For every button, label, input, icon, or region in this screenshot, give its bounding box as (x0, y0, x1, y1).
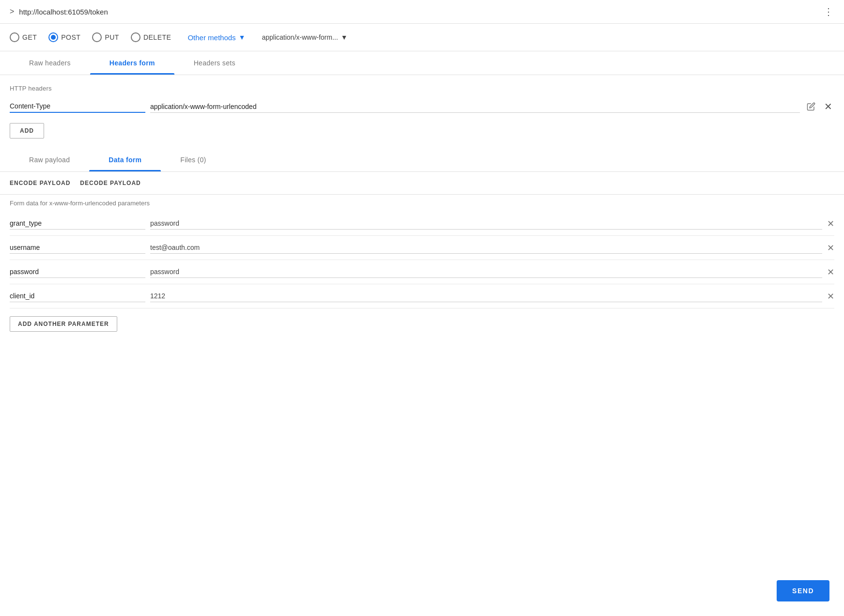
content-type-label: application/x-www-form... (262, 33, 338, 41)
other-methods-dropdown[interactable]: Other methods ▼ (188, 33, 245, 42)
put-radio[interactable] (92, 32, 102, 42)
remove-param-icon[interactable]: ✕ (827, 218, 834, 229)
tab-raw-headers[interactable]: Raw headers (10, 51, 90, 75)
expand-icon[interactable]: > (10, 7, 14, 16)
method-get[interactable]: GET (10, 32, 37, 42)
header-key-input[interactable] (10, 100, 145, 113)
form-param-row: ✕ (10, 260, 834, 284)
header-row: ✕ (10, 99, 834, 114)
payload-tabs: Raw payload Data form Files (0) (0, 148, 844, 172)
tab-raw-payload[interactable]: Raw payload (10, 148, 89, 171)
form-param-value-input[interactable] (150, 242, 822, 254)
payload-actions: ENCODE PAYLOAD DECODE PAYLOAD (0, 172, 844, 195)
delete-label: DELETE (143, 33, 171, 41)
method-delete[interactable]: DELETE (131, 32, 171, 42)
get-radio[interactable] (10, 32, 19, 42)
content-type-chevron-down-icon: ▼ (341, 33, 348, 41)
form-param-key-input[interactable] (10, 217, 145, 230)
url-input[interactable] (19, 8, 819, 16)
put-label: PUT (105, 33, 119, 41)
tab-headers-sets[interactable]: Headers sets (174, 51, 255, 75)
tab-data-form[interactable]: Data form (89, 148, 161, 171)
form-param-key-input[interactable] (10, 266, 145, 278)
method-put[interactable]: PUT (92, 32, 119, 42)
encode-payload-button[interactable]: ENCODE PAYLOAD (10, 180, 70, 186)
form-param-key-input[interactable] (10, 242, 145, 254)
other-methods-label: Other methods (188, 33, 235, 42)
add-header-button[interactable]: ADD (10, 123, 44, 139)
form-data-section: Form data for x-www-form-urlencoded para… (0, 195, 844, 339)
headers-section: HTTP headers ✕ ADD (0, 75, 844, 139)
other-methods-chevron-down-icon: ▼ (239, 33, 246, 41)
url-bar: > ⋮ (0, 0, 844, 24)
get-label: GET (22, 33, 37, 41)
form-param-row: ✕ (10, 236, 834, 260)
send-button[interactable]: SEND (777, 580, 829, 601)
tab-files[interactable]: Files (0) (161, 148, 225, 171)
form-param-value-input[interactable] (150, 290, 822, 302)
form-param-value-input[interactable] (150, 266, 822, 278)
delete-header-button[interactable]: ✕ (822, 99, 834, 114)
close-icon: ✕ (824, 101, 832, 112)
remove-param-icon[interactable]: ✕ (827, 291, 834, 302)
remove-param-icon[interactable]: ✕ (827, 267, 834, 277)
method-post[interactable]: POST (48, 32, 80, 42)
http-headers-title: HTTP headers (10, 85, 834, 92)
delete-radio[interactable] (131, 32, 141, 42)
edit-header-button[interactable] (805, 100, 817, 113)
post-radio-fill (51, 35, 56, 40)
add-parameter-button[interactable]: ADD ANOTHER PARAMETER (10, 316, 117, 332)
tab-headers-form[interactable]: Headers form (90, 51, 174, 75)
post-radio[interactable] (48, 32, 58, 42)
post-label: POST (61, 33, 80, 41)
form-param-value-input[interactable] (150, 217, 822, 230)
content-type-dropdown[interactable]: application/x-www-form... ▼ (262, 33, 347, 41)
form-param-row: ✕ (10, 284, 834, 308)
form-param-row: ✕ (10, 212, 834, 236)
form-data-label: Form data for x-www-form-urlencoded para… (10, 200, 834, 207)
decode-payload-button[interactable]: DECODE PAYLOAD (80, 180, 141, 186)
form-param-key-input[interactable] (10, 290, 145, 302)
method-bar: GET POST PUT DELETE Other methods ▼ appl… (0, 24, 844, 51)
remove-param-icon[interactable]: ✕ (827, 243, 834, 253)
form-params-container: ✕✕✕✕ (10, 212, 834, 308)
header-value-input[interactable] (150, 101, 800, 113)
more-options-icon[interactable]: ⋮ (824, 6, 834, 17)
header-tabs: Raw headers Headers form Headers sets (0, 51, 844, 75)
